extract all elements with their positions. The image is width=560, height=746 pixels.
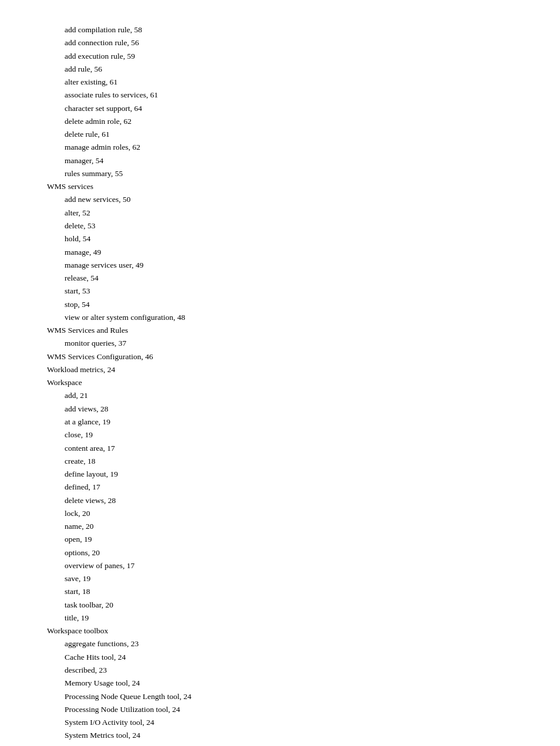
index-entry: content area, 17 (65, 442, 513, 455)
index-entry: view or alter system configuration, 48 (65, 311, 513, 324)
index-entry: Timeline controller, 25 (65, 742, 513, 746)
index-entry: stop, 54 (65, 298, 513, 311)
index-entry: manage, 49 (65, 246, 513, 259)
index-entry: WMS Services and Rules (47, 324, 513, 337)
index-entry: add rule, 56 (65, 63, 513, 76)
index-entry: delete, 53 (65, 220, 513, 232)
index-entry: described, 23 (65, 664, 513, 677)
index-entry: create, 18 (65, 455, 513, 468)
index-entry: add new services, 50 (65, 193, 513, 206)
index-entry: delete rule, 61 (65, 128, 513, 141)
index-entry: rules summary, 55 (65, 167, 513, 180)
index-entry: start, 53 (65, 285, 513, 298)
index-entry: System Metrics tool, 24 (65, 729, 513, 742)
index-entry: Workspace toolbox (47, 625, 513, 637)
page: add compilation rule, 58add connection r… (0, 0, 560, 746)
index-entry: Workload metrics, 24 (47, 363, 513, 376)
index-entry: release, 54 (65, 272, 513, 285)
index-entry: save, 19 (65, 572, 513, 585)
index-entry: Memory Usage tool, 24 (65, 677, 513, 690)
index-entry: lock, 20 (65, 507, 513, 520)
index-entry: aggregate functions, 23 (65, 637, 513, 650)
index-entry: title, 19 (65, 612, 513, 625)
index-content: add compilation rule, 58add connection r… (47, 23, 513, 746)
index-entry: add views, 28 (65, 403, 513, 416)
index-entry: start, 18 (65, 585, 513, 598)
index-entry: add connection rule, 56 (65, 36, 513, 49)
index-entry: System I/O Activity tool, 24 (65, 716, 513, 729)
index-entry: delete views, 28 (65, 494, 513, 507)
index-entry: name, 20 (65, 520, 513, 533)
index-entry: associate rules to services, 61 (65, 89, 513, 102)
index-entry: hold, 54 (65, 232, 513, 245)
index-entry: add execution rule, 59 (65, 50, 513, 63)
index-entry: close, 19 (65, 428, 513, 441)
index-entry: alter existing, 61 (65, 76, 513, 89)
index-entry: WMS services (47, 180, 513, 193)
index-entry: alter, 52 (65, 207, 513, 220)
index-entry: task toolbar, 20 (65, 599, 513, 612)
index-entry: add compilation rule, 58 (65, 23, 513, 36)
index-entry: options, 20 (65, 546, 513, 559)
index-entry: add, 21 (65, 389, 513, 402)
index-entry: delete admin role, 62 (65, 115, 513, 128)
index-entry: Cache Hits tool, 24 (65, 651, 513, 664)
index-entry: Processing Node Utilization tool, 24 (65, 703, 513, 716)
index-entry: manager, 54 (65, 154, 513, 167)
index-entry: overview of panes, 17 (65, 559, 513, 572)
index-entry: Workspace (47, 376, 513, 389)
index-entry: define layout, 19 (65, 468, 513, 481)
index-entry: defined, 17 (65, 481, 513, 494)
index-entry: at a glance, 19 (65, 416, 513, 428)
index-entry: manage services user, 49 (65, 259, 513, 272)
index-entry: open, 19 (65, 533, 513, 546)
index-entry: manage admin roles, 62 (65, 141, 513, 154)
index-entry: Processing Node Queue Length tool, 24 (65, 690, 513, 703)
index-entry: character set support, 64 (65, 102, 513, 115)
index-entry: WMS Services Configuration, 46 (47, 350, 513, 363)
index-entry: monitor queries, 37 (65, 337, 513, 350)
